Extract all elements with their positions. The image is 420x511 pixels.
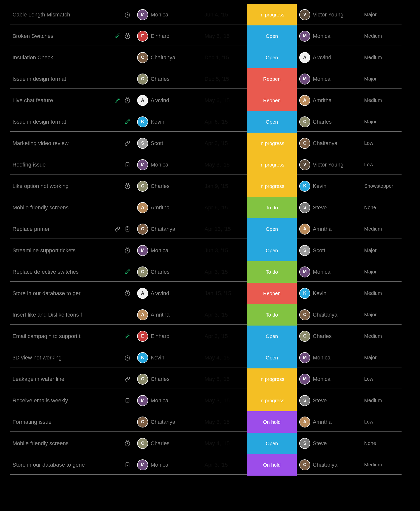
assignee-cell[interactable]: C Charles bbox=[135, 369, 202, 389]
task-title[interactable]: Like option not working bbox=[10, 176, 105, 196]
task-title[interactable]: 3D view not working bbox=[10, 348, 105, 367]
status-badge[interactable]: In progress bbox=[247, 368, 297, 390]
task-row[interactable]: Leakage in water line C Charles May 5, '… bbox=[10, 369, 410, 389]
task-row[interactable]: 3D view not working K Kevin May 4, '15 O… bbox=[10, 348, 410, 367]
status-badge[interactable]: Open bbox=[247, 47, 297, 68]
reporter-cell[interactable]: C Chaitanya bbox=[297, 305, 362, 325]
task-title[interactable]: Formating issue bbox=[10, 412, 105, 432]
task-row[interactable]: Issue in design format K Kevin Apr 6, '1… bbox=[10, 112, 410, 132]
task-title[interactable]: Mobile friendly screens bbox=[10, 198, 105, 217]
task-row[interactable]: Broken Switches E Einhard May 6, '15 Ope… bbox=[10, 26, 410, 46]
assignee-cell[interactable]: C Charles bbox=[135, 69, 202, 89]
reporter-cell[interactable]: C Charles bbox=[297, 327, 362, 346]
task-row[interactable]: Email campagin to support t E Einhard Ap… bbox=[10, 327, 410, 346]
reporter-cell[interactable]: A Amritha bbox=[297, 412, 362, 432]
task-title[interactable]: Store in our database to ger bbox=[10, 284, 105, 303]
assignee-cell[interactable]: M Monica bbox=[135, 5, 202, 24]
status-badge[interactable]: In progress bbox=[247, 154, 297, 175]
task-row[interactable]: Mobile friendly screens C Charles May 4,… bbox=[10, 434, 410, 453]
assignee-cell[interactable]: K Kevin bbox=[135, 348, 202, 367]
assignee-cell[interactable]: C Charles bbox=[135, 262, 202, 282]
status-badge[interactable]: Reopen bbox=[247, 283, 297, 304]
task-row[interactable]: Like option not working C Charles Jan 9,… bbox=[10, 176, 410, 196]
task-row[interactable]: Formating issue C Chaitanya May 3, '15 O… bbox=[10, 412, 410, 432]
reporter-cell[interactable]: C Chaitanya bbox=[297, 134, 362, 153]
status-badge[interactable]: On hold bbox=[247, 454, 297, 476]
task-row[interactable]: Cable Length Mismatch M Monica Jun 4, '1… bbox=[10, 5, 410, 24]
status-badge[interactable]: Reopen bbox=[247, 68, 297, 90]
task-row[interactable]: Store in our database to ger A Aravind J… bbox=[10, 284, 410, 303]
task-title[interactable]: Streamline support tickets bbox=[10, 241, 105, 260]
assignee-cell[interactable]: S Scott bbox=[135, 134, 202, 153]
task-row[interactable]: Marketing video review S Scott Apr 3, '1… bbox=[10, 134, 410, 153]
status-badge[interactable]: In progress bbox=[247, 390, 297, 411]
status-badge[interactable]: Reopen bbox=[247, 90, 297, 111]
task-row[interactable]: Insert like and Dislike Icons f A Amrith… bbox=[10, 305, 410, 325]
reporter-cell[interactable]: S Steve bbox=[297, 198, 362, 217]
reporter-cell[interactable]: S Steve bbox=[297, 391, 362, 410]
reporter-cell[interactable]: K Kevin bbox=[297, 176, 362, 196]
assignee-cell[interactable]: A Amritha bbox=[135, 305, 202, 325]
assignee-cell[interactable]: C Chaitanya bbox=[135, 219, 202, 239]
task-row[interactable]: Receive emails weekly M Monica May 3, '1… bbox=[10, 391, 410, 410]
task-title[interactable]: Receive emails weekly bbox=[10, 391, 105, 410]
status-badge[interactable]: Open bbox=[247, 347, 297, 368]
task-row[interactable]: Issue in design format C Charles Dec 5, … bbox=[10, 69, 410, 89]
reporter-cell[interactable]: K Kevin bbox=[297, 284, 362, 303]
status-badge[interactable]: In progress bbox=[247, 175, 297, 197]
task-title[interactable]: Cable Length Mismatch bbox=[10, 5, 105, 24]
task-title[interactable]: Email campagin to support t bbox=[10, 327, 105, 346]
reporter-cell[interactable]: C Charles bbox=[297, 112, 362, 132]
reporter-cell[interactable]: S Scott bbox=[297, 241, 362, 260]
reporter-cell[interactable]: M Monica bbox=[297, 348, 362, 367]
assignee-cell[interactable]: A Aravind bbox=[135, 91, 202, 110]
task-title[interactable]: Replace defective switches bbox=[10, 262, 105, 282]
reporter-cell[interactable]: M Monica bbox=[297, 26, 362, 46]
task-title[interactable]: Leakage in water line bbox=[10, 369, 105, 389]
task-row[interactable]: Roofing issue M Monica May 3, '15 In pro… bbox=[10, 155, 410, 174]
reporter-cell[interactable]: C Chaitanya bbox=[297, 455, 362, 475]
status-badge[interactable]: Open bbox=[247, 218, 297, 240]
assignee-cell[interactable]: E Einhard bbox=[135, 327, 202, 346]
assignee-cell[interactable]: C Chaitanya bbox=[135, 48, 202, 67]
task-title[interactable]: Insert like and Dislike Icons f bbox=[10, 305, 105, 325]
task-title[interactable]: Issue in design format bbox=[10, 69, 105, 89]
task-row[interactable]: Live chat feature A Aravind May 6, '15 R… bbox=[10, 91, 410, 110]
reporter-cell[interactable]: V Victor Young bbox=[297, 5, 362, 24]
reporter-cell[interactable]: A Amritha bbox=[297, 219, 362, 239]
reporter-cell[interactable]: V Victor Young bbox=[297, 155, 362, 174]
reporter-cell[interactable]: M Monica bbox=[297, 369, 362, 389]
task-row[interactable]: Insulation Check C Chaitanya Dec 1, '15 … bbox=[10, 48, 410, 67]
task-title[interactable]: Mobile friendly screens bbox=[10, 434, 105, 453]
task-title[interactable]: Broken Switches bbox=[10, 26, 105, 46]
assignee-cell[interactable]: E Einhard bbox=[135, 26, 202, 46]
task-title[interactable]: Issue in design format bbox=[10, 112, 105, 132]
status-badge[interactable]: Open bbox=[247, 25, 297, 47]
task-row[interactable]: Replace defective switches C Charles Apr… bbox=[10, 262, 410, 282]
assignee-cell[interactable]: M Monica bbox=[135, 241, 202, 260]
task-title[interactable]: Live chat feature bbox=[10, 91, 105, 110]
assignee-cell[interactable]: K Kevin bbox=[135, 112, 202, 132]
assignee-cell[interactable]: M Monica bbox=[135, 391, 202, 410]
task-row[interactable]: Replace primer C Chaitanya Apr 13, '15 O… bbox=[10, 219, 410, 239]
status-badge[interactable]: In progress bbox=[247, 133, 297, 154]
assignee-cell[interactable]: M Monica bbox=[135, 155, 202, 174]
status-badge[interactable]: On hold bbox=[247, 411, 297, 433]
task-row[interactable]: Store in our database to gene M Monica A… bbox=[10, 455, 410, 475]
task-row[interactable]: Streamline support tickets M Monica Jun … bbox=[10, 241, 410, 260]
reporter-cell[interactable]: A Aravind bbox=[297, 48, 362, 67]
status-badge[interactable]: Open bbox=[247, 326, 297, 347]
reporter-cell[interactable]: M Monica bbox=[297, 262, 362, 282]
reporter-cell[interactable]: A Amritha bbox=[297, 91, 362, 110]
task-title[interactable]: Insulation Check bbox=[10, 48, 105, 67]
assignee-cell[interactable]: A Aravind bbox=[135, 284, 202, 303]
assignee-cell[interactable]: A Amritha bbox=[135, 198, 202, 217]
status-badge[interactable]: Open bbox=[247, 433, 297, 454]
task-title[interactable]: Marketing video review bbox=[10, 134, 105, 153]
status-badge[interactable]: Open bbox=[247, 240, 297, 261]
status-badge[interactable]: To do bbox=[247, 197, 297, 218]
reporter-cell[interactable]: M Monica bbox=[297, 69, 362, 89]
task-title[interactable]: Store in our database to gene bbox=[10, 455, 105, 475]
status-badge[interactable]: In progress bbox=[247, 4, 297, 25]
assignee-cell[interactable]: C Charles bbox=[135, 434, 202, 453]
